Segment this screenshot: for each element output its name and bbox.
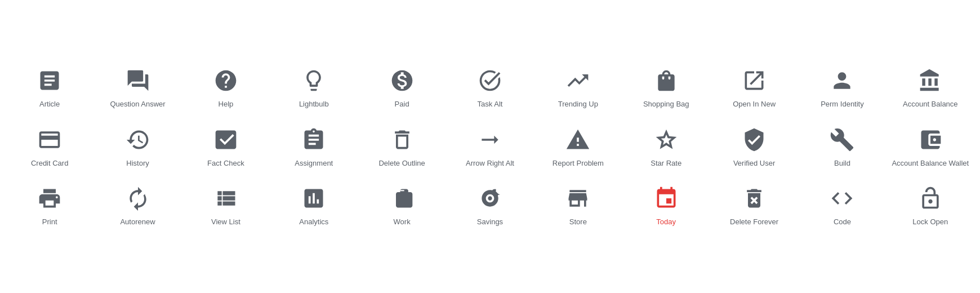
today-icon bbox=[654, 186, 679, 211]
icon-cell-paid[interactable]: Paid bbox=[358, 58, 446, 117]
icon-cell-assignment[interactable]: Assignment bbox=[270, 117, 358, 176]
icon-cell-question-answer[interactable]: Question Answer bbox=[93, 58, 181, 117]
arrow-right-alt-icon bbox=[478, 127, 502, 152]
icon-cell-perm-identity[interactable]: Perm Identity bbox=[798, 58, 886, 117]
verified-user-icon bbox=[742, 127, 767, 152]
icon-cell-analytics[interactable]: Analytics bbox=[270, 176, 358, 235]
star-rate-icon bbox=[654, 127, 679, 152]
savings-label: Savings bbox=[477, 217, 503, 227]
perm-identity-icon bbox=[830, 68, 854, 93]
icon-cell-trending-up[interactable]: Trending Up bbox=[534, 58, 622, 117]
icon-cell-shopping-bag[interactable]: Shopping Bag bbox=[622, 58, 710, 117]
autorenew-icon bbox=[126, 186, 150, 211]
icon-cell-report-problem[interactable]: Report Problem bbox=[534, 117, 622, 176]
help-label: Help bbox=[219, 100, 234, 109]
work-icon bbox=[390, 186, 415, 211]
report-problem-icon bbox=[565, 127, 590, 152]
analytics-label: Analytics bbox=[299, 217, 328, 227]
icon-cell-print[interactable]: Print bbox=[6, 176, 93, 235]
help-icon bbox=[213, 68, 238, 93]
verified-user-label: Verified User bbox=[733, 159, 775, 168]
credit-card-icon bbox=[37, 127, 62, 152]
icon-cell-article[interactable]: Article bbox=[6, 58, 93, 117]
icon-cell-open-in-new[interactable]: Open In New bbox=[710, 58, 798, 117]
task-alt-label: Task Alt bbox=[478, 100, 503, 109]
open-in-new-icon bbox=[742, 68, 767, 93]
icon-cell-savings[interactable]: Savings bbox=[446, 176, 534, 235]
task-alt-icon bbox=[478, 68, 502, 93]
shopping-bag-icon bbox=[654, 68, 679, 93]
shopping-bag-label: Shopping Bag bbox=[643, 100, 689, 109]
star-rate-label: Star Rate bbox=[651, 159, 681, 168]
print-icon bbox=[37, 186, 62, 211]
build-label: Build bbox=[834, 159, 850, 168]
icon-cell-delete-forever[interactable]: Delete Forever bbox=[710, 176, 798, 235]
paid-label: Paid bbox=[395, 100, 409, 109]
icon-cell-lock-open[interactable]: Lock Open bbox=[887, 176, 974, 235]
account-balance-wallet-label: Account Balance Wallet bbox=[892, 159, 969, 168]
lock-open-label: Lock Open bbox=[912, 217, 948, 227]
report-problem-label: Report Problem bbox=[553, 159, 604, 168]
icon-cell-delete-outline[interactable]: Delete Outline bbox=[358, 117, 446, 176]
history-icon bbox=[126, 127, 150, 152]
perm-identity-label: Perm Identity bbox=[821, 100, 864, 109]
lock-open-icon bbox=[918, 186, 943, 211]
view-list-label: View List bbox=[211, 217, 240, 227]
delete-forever-icon bbox=[742, 186, 767, 211]
question-answer-icon bbox=[126, 68, 150, 93]
store-icon bbox=[565, 186, 590, 211]
today-label: Today bbox=[656, 217, 676, 227]
icon-cell-fact-check[interactable]: Fact Check bbox=[182, 117, 270, 176]
icon-cell-arrow-right-alt[interactable]: Arrow Right Alt bbox=[446, 117, 534, 176]
icon-cell-lightbulb[interactable]: Lightbulb bbox=[270, 58, 358, 117]
article-icon bbox=[37, 68, 62, 93]
icon-cell-history[interactable]: History bbox=[93, 117, 181, 176]
code-label: Code bbox=[834, 217, 851, 227]
fact-check-icon bbox=[213, 127, 238, 152]
icon-cell-account-balance-wallet[interactable]: Account Balance Wallet bbox=[887, 117, 974, 176]
delete-outline-label: Delete Outline bbox=[378, 159, 425, 168]
trending-up-label: Trending Up bbox=[558, 100, 598, 109]
history-label: History bbox=[126, 159, 149, 168]
credit-card-label: Credit Card bbox=[31, 159, 68, 168]
trending-up-icon bbox=[565, 68, 590, 93]
account-balance-icon bbox=[918, 68, 943, 93]
view-list-icon bbox=[213, 186, 238, 211]
icon-cell-star-rate[interactable]: Star Rate bbox=[622, 117, 710, 176]
paid-icon bbox=[390, 68, 415, 93]
assignment-icon bbox=[301, 127, 326, 152]
account-balance-label: Account Balance bbox=[903, 100, 958, 109]
analytics-icon bbox=[301, 186, 326, 211]
delete-outline-icon bbox=[390, 127, 415, 152]
icon-cell-task-alt[interactable]: Task Alt bbox=[446, 58, 534, 117]
article-label: Article bbox=[39, 100, 60, 109]
assignment-label: Assignment bbox=[295, 159, 333, 168]
icon-cell-credit-card[interactable]: Credit Card bbox=[6, 117, 93, 176]
work-label: Work bbox=[394, 217, 411, 227]
question-answer-label: Question Answer bbox=[110, 100, 165, 109]
fact-check-label: Fact Check bbox=[207, 159, 244, 168]
icon-cell-today[interactable]: Today bbox=[622, 176, 710, 235]
icon-cell-autorenew[interactable]: Autorenew bbox=[93, 176, 181, 235]
icon-cell-store[interactable]: Store bbox=[534, 176, 622, 235]
lightbulb-icon bbox=[301, 68, 326, 93]
icon-cell-build[interactable]: Build bbox=[798, 117, 886, 176]
open-in-new-label: Open In New bbox=[733, 100, 776, 109]
savings-icon bbox=[478, 186, 502, 211]
arrow-right-alt-label: Arrow Right Alt bbox=[466, 159, 514, 168]
lightbulb-label: Lightbulb bbox=[299, 100, 329, 109]
print-label: Print bbox=[42, 217, 57, 227]
icon-cell-view-list[interactable]: View List bbox=[182, 176, 270, 235]
icon-cell-account-balance[interactable]: Account Balance bbox=[887, 58, 974, 117]
icon-cell-work[interactable]: Work bbox=[358, 176, 446, 235]
code-icon bbox=[830, 186, 854, 211]
icon-cell-help[interactable]: Help bbox=[182, 58, 270, 117]
icon-grid: Article Question Answer Help Lightbulb P… bbox=[0, 47, 980, 247]
icon-cell-code[interactable]: Code bbox=[798, 176, 886, 235]
autorenew-label: Autorenew bbox=[120, 217, 155, 227]
icon-cell-verified-user[interactable]: Verified User bbox=[710, 117, 798, 176]
build-icon bbox=[830, 127, 854, 152]
store-label: Store bbox=[569, 217, 587, 227]
account-balance-wallet-icon bbox=[918, 127, 943, 152]
delete-forever-label: Delete Forever bbox=[730, 217, 778, 227]
